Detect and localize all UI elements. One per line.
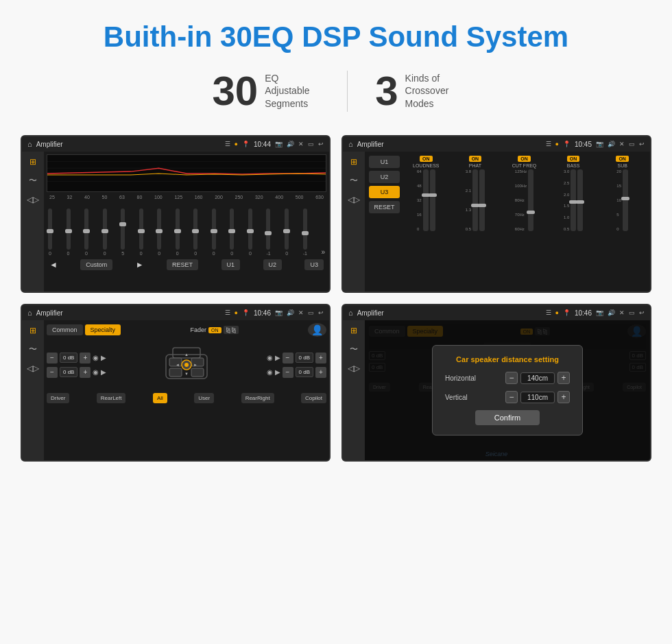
speaker-content: Common Specialty Fader ON ⧎⧎ 👤 − [44, 320, 329, 460]
eq-more-icon[interactable]: » [321, 248, 325, 256]
window-icon-3[interactable]: ▭ [308, 309, 314, 316]
sp-driver-btn[interactable]: Driver [47, 393, 69, 403]
sidebar-eq-icon-3[interactable]: ⊞ [29, 326, 36, 335]
sp-left-bot-db: 0 dB [60, 367, 77, 377]
cross-u1-btn[interactable]: U1 [369, 156, 400, 168]
dialog-overlay: Car speaker distance setting Horizontal … [365, 320, 650, 460]
screen-body-3: ⊞ 〜 ◁▷ Common Specialty Fader ON ⧎⧎ 👤 [22, 320, 329, 460]
volume-icon-3[interactable]: 🔊 [287, 309, 294, 316]
dialog-horizontal-plus-btn[interactable]: + [557, 372, 570, 384]
window-icon-1[interactable]: ▭ [308, 141, 314, 147]
sp-specialty-btn[interactable]: Specialty [85, 324, 121, 335]
camera-icon-2[interactable]: 📷 [596, 141, 603, 147]
topbar-2: ⌂ Amplifier ☰ ● 📍 10:45 📷 🔊 ✕ ▭ ↩ [343, 136, 650, 152]
menu-icon-1[interactable]: ☰ [225, 141, 230, 147]
eq-slider-0: 0 [48, 208, 52, 256]
cross-u2-btn[interactable]: U2 [369, 171, 400, 183]
eq-reset-btn[interactable]: RESET [167, 259, 198, 270]
topbar-title-4: Amplifier [357, 309, 542, 317]
camera-icon-4[interactable]: 📷 [596, 309, 603, 316]
x-icon-4[interactable]: ✕ [619, 309, 625, 316]
camera-icon-1[interactable]: 📷 [275, 141, 283, 147]
topbar-title-1: Amplifier [36, 141, 221, 148]
volume-icon-2[interactable]: 🔊 [608, 141, 615, 147]
stat-eq-number: 30 [212, 67, 258, 115]
sidebar-speaker-icon-4[interactable]: ◁▷ [348, 363, 360, 373]
x-icon-3[interactable]: ✕ [298, 309, 304, 316]
eq-custom-btn[interactable]: Custom [80, 259, 112, 270]
eq-u3-btn[interactable]: U3 [304, 259, 324, 270]
x-icon-2[interactable]: ✕ [619, 141, 625, 147]
eq-u2-btn[interactable]: U2 [263, 259, 283, 270]
sp-right-top-minus[interactable]: − [283, 353, 293, 363]
cross-reset-btn[interactable]: RESET [369, 201, 400, 213]
menu-icon-3[interactable]: ☰ [225, 309, 230, 316]
eq-sliders: 0 0 0 0 5 [47, 201, 326, 256]
topbar-time-3: 10:46 [254, 309, 271, 317]
sp-user-btn[interactable]: User [194, 393, 214, 403]
crossover-left-btns: U1 U2 U3 RESET [369, 156, 400, 287]
x-icon-1[interactable]: ✕ [298, 141, 304, 147]
menu-icon-4[interactable]: ☰ [546, 309, 551, 316]
sp-all-btn[interactable]: All [153, 393, 167, 403]
dialog-horizontal-minus-btn[interactable]: − [505, 372, 518, 384]
home-icon-2[interactable]: ⌂ [348, 140, 353, 148]
sidebar-wave-icon-4[interactable]: 〜 [350, 344, 358, 355]
home-icon-1[interactable]: ⌂ [27, 140, 32, 148]
svg-rect-10 [191, 368, 204, 377]
sidebar-wave-icon-3[interactable]: 〜 [29, 344, 37, 355]
eq-nav-arrows: ◄ [49, 260, 58, 270]
back-icon-1[interactable]: ↩ [318, 141, 324, 147]
dialog-vertical-minus-btn[interactable]: − [505, 391, 518, 403]
topbar-title-3: Amplifier [36, 309, 221, 317]
eq-prev-icon[interactable]: ◄ [49, 260, 58, 270]
sidebar-eq-icon-2[interactable]: ⊞ [350, 157, 357, 167]
sidebar-speaker-icon[interactable]: ◁▷ [27, 195, 39, 204]
window-icon-2[interactable]: ▭ [629, 141, 635, 147]
cross-u3-btn[interactable]: U3 [369, 186, 400, 198]
sp-left-top-minus[interactable]: − [47, 353, 58, 363]
sidebar-speaker-icon-3[interactable]: ◁▷ [27, 363, 39, 373]
home-icon-3[interactable]: ⌂ [27, 309, 32, 317]
sp-rearright-btn[interactable]: RearRight [241, 393, 274, 403]
sidebar-wave-icon-2[interactable]: 〜 [350, 175, 358, 187]
dot-icon-3: ● [235, 309, 238, 316]
screen-body-1: ⊞ 〜 ◁▷ [22, 152, 329, 291]
camera-icon-3[interactable]: 📷 [275, 309, 283, 316]
crossover-content: U1 U2 U3 RESET ON LOUDNESS 64 48 [365, 152, 650, 291]
volume-icon-4[interactable]: 🔊 [608, 309, 615, 316]
stat-eq: 30 EQ AdjustableSegments [184, 67, 347, 115]
sidebar-eq-icon-4[interactable]: ⊞ [350, 326, 357, 335]
sidebar-speaker-icon-2[interactable]: ◁▷ [348, 195, 360, 204]
sp-right-bot-minus[interactable]: − [283, 367, 293, 378]
home-icon-4[interactable]: ⌂ [348, 309, 353, 317]
bass-name: BASS [567, 163, 580, 168]
sp-rearleft-btn[interactable]: RearLeft [97, 393, 126, 403]
sp-left-top-plus[interactable]: + [80, 353, 91, 363]
back-icon-3[interactable]: ↩ [318, 309, 324, 316]
sp-right-top-plus[interactable]: + [315, 353, 326, 363]
back-icon-2[interactable]: ↩ [639, 141, 645, 147]
svg-text:◄: ◄ [176, 363, 180, 367]
topbar-1: ⌂ Amplifier ☰ ● 📍 10:44 📷 🔊 ✕ ▭ ↩ [22, 136, 329, 152]
sidebar-eq-icon[interactable]: ⊞ [29, 157, 36, 167]
screens-grid: ⌂ Amplifier ☰ ● 📍 10:44 📷 🔊 ✕ ▭ ↩ ⊞ 〜 ◁▷ [0, 135, 672, 482]
cross-ch-cutfreq: ON CUT FREQ 125Hz 100Hz 80Hz 70Hz 60Hz [501, 156, 548, 287]
sp-copilot-btn[interactable]: Copilot [301, 393, 326, 403]
menu-icon-2[interactable]: ☰ [546, 141, 551, 147]
cross-ch-sub: ON SUB 20 15 10 5 0 [599, 156, 646, 287]
sp-right-bot-plus[interactable]: + [315, 367, 326, 378]
sp-common-btn[interactable]: Common [47, 324, 83, 335]
sidebar-wave-icon[interactable]: 〜 [29, 175, 37, 187]
screen-speaker: ⌂ Amplifier ☰ ● 📍 10:46 📷 🔊 ✕ ▭ ↩ ⊞ 〜 ◁▷ [21, 304, 331, 462]
dialog-confirm-btn[interactable]: Confirm [475, 410, 540, 425]
eq-u1-btn[interactable]: U1 [221, 259, 241, 270]
eq-next-icon[interactable]: ► [136, 260, 144, 270]
eq-content: 25 32 40 50 63 80 100 125 160 200 250 32… [44, 152, 329, 291]
sp-left-bot-minus[interactable]: − [47, 367, 58, 378]
back-icon-4[interactable]: ↩ [639, 309, 645, 316]
dialog-vertical-plus-btn[interactable]: + [557, 391, 570, 403]
volume-icon-1[interactable]: 🔊 [287, 141, 294, 147]
window-icon-4[interactable]: ▭ [629, 309, 635, 316]
sp-left-bot-plus[interactable]: + [80, 367, 91, 378]
